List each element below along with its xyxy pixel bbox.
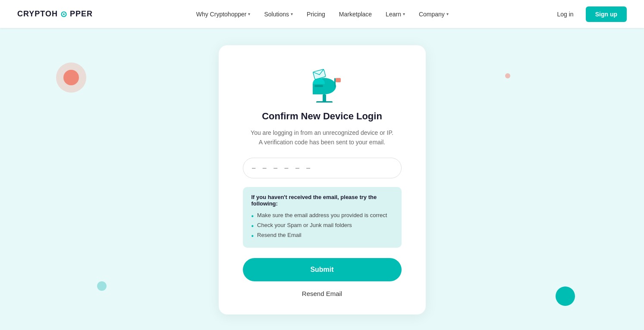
deco-circle-red-inner	[63, 70, 79, 85]
logo-text: CRYPTOH PPER	[17, 9, 93, 19]
nav-item-company[interactable]: Company ▾	[414, 7, 454, 21]
verification-code-input[interactable]	[243, 158, 402, 178]
navbar-actions: Log in Sign up	[552, 6, 627, 22]
nav-item-learn[interactable]: Learn ▾	[380, 7, 410, 21]
deco-circle-teal-large	[556, 286, 575, 306]
chevron-down-icon: ▾	[446, 12, 449, 16]
info-box-title: If you haven't received the email, pleas…	[251, 194, 393, 207]
svg-rect-7	[336, 78, 341, 82]
card-subtitle: You are logging in from an unrecognized …	[249, 128, 396, 147]
signup-button[interactable]: Sign up	[586, 6, 627, 22]
confirm-device-card: Confirm New Device Login You are logging…	[219, 45, 426, 314]
deco-circle-teal-small	[97, 281, 107, 291]
info-box: If you haven't received the email, pleas…	[243, 187, 402, 248]
main-content: Confirm New Device Login You are logging…	[0, 28, 644, 330]
list-item: Check your Spam or Junk mail folders	[251, 221, 393, 231]
nav-item-pricing[interactable]: Pricing	[302, 7, 330, 21]
mailbox-illustration	[301, 66, 344, 100]
info-box-list: Make sure the email address you provided…	[251, 211, 393, 241]
login-button[interactable]: Log in	[552, 7, 579, 21]
nav-item-solutions[interactable]: Solutions ▾	[259, 7, 298, 21]
list-item: Make sure the email address you provided…	[251, 211, 393, 221]
navbar: CRYPTOH PPER Why Cryptohopper ▾ Solution…	[0, 0, 644, 28]
chevron-down-icon: ▾	[248, 12, 250, 16]
nav-item-marketplace[interactable]: Marketplace	[334, 7, 377, 21]
card-title: Confirm New Device Login	[262, 111, 382, 122]
svg-rect-9	[316, 101, 333, 103]
svg-rect-6	[334, 78, 336, 87]
svg-point-1	[63, 13, 65, 15]
deco-circle-pink	[505, 73, 510, 78]
logo-o	[58, 9, 70, 18]
resend-email-link[interactable]: Resend Email	[302, 290, 342, 297]
submit-button[interactable]: Submit	[243, 258, 402, 281]
list-item: Resend the Email	[251, 231, 393, 241]
logo[interactable]: CRYPTOH PPER	[17, 9, 93, 19]
nav-item-why[interactable]: Why Cryptohopper ▾	[191, 7, 256, 21]
deco-circle-red	[56, 62, 86, 93]
chevron-down-icon: ▾	[291, 12, 293, 16]
chevron-down-icon: ▾	[403, 12, 405, 16]
svg-rect-5	[314, 85, 323, 87]
svg-rect-8	[323, 94, 326, 102]
svg-rect-10	[313, 69, 326, 79]
navbar-nav: Why Cryptohopper ▾ Solutions ▾ Pricing M…	[191, 7, 454, 21]
